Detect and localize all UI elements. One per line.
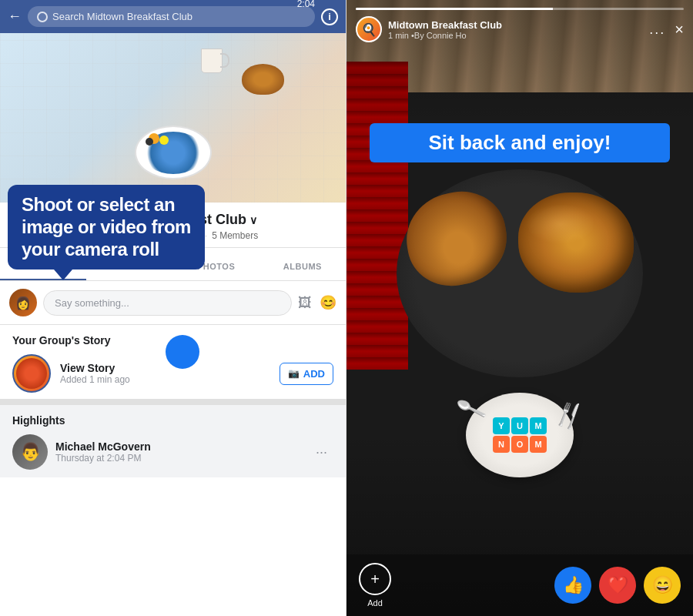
coffee-cup-decoration bbox=[201, 49, 223, 73]
sticker-m2: M bbox=[530, 436, 547, 453]
story-item-title: View Story bbox=[60, 362, 270, 374]
bread-decoration bbox=[242, 64, 284, 95]
photo-icon[interactable]: 🖼 bbox=[298, 295, 312, 311]
pastry-right bbox=[518, 192, 634, 293]
fruit-yellow bbox=[159, 136, 169, 145]
story-close-button[interactable]: × bbox=[675, 22, 684, 37]
search-icon bbox=[37, 12, 48, 22]
story-thumbnail[interactable] bbox=[12, 354, 51, 393]
story-progress-bar bbox=[356, 8, 684, 10]
story-thumb-image bbox=[16, 358, 47, 389]
cursor-indicator bbox=[166, 335, 199, 369]
post-input-area: 👩 Say something... 🖼 😊 bbox=[0, 281, 346, 325]
sticker-plate: 🥄 Y U M N O M 🍴 bbox=[458, 393, 581, 485]
status-bar-time: 2:04 bbox=[297, 0, 315, 9]
highlight-text: Michael McGovern Thursday at 2:04 PM bbox=[55, 440, 302, 464]
story-progress-fill bbox=[356, 8, 553, 10]
add-story-label: Add bbox=[367, 598, 383, 608]
story-user-meta: 1 min •By Connie Ho bbox=[388, 31, 643, 40]
story-panel: 🥄 Y U M N O M 🍴 🍳 bbox=[346, 0, 693, 616]
story-user-row: 🍳 Midtown Breakfast Club 1 min •By Conni… bbox=[356, 16, 684, 42]
story-username: Midtown Breakfast Club bbox=[388, 19, 643, 31]
love-reaction-button[interactable]: ❤️ bbox=[599, 567, 636, 604]
user-avatar: 👩 bbox=[9, 289, 37, 316]
post-input[interactable]: Say something... bbox=[43, 290, 292, 316]
pastry-left bbox=[399, 185, 514, 293]
post-action-icons: 🖼 😊 bbox=[298, 294, 336, 311]
avatar-emoji: 👨 bbox=[20, 442, 41, 462]
story-item-subtitle: Added 1 min ago bbox=[60, 374, 270, 385]
sticker-row-yum: Y U M bbox=[493, 417, 547, 434]
food-bowl-decoration bbox=[135, 126, 212, 179]
emoji-icon[interactable]: 😊 bbox=[320, 294, 336, 311]
sticker-u: U bbox=[511, 417, 528, 434]
search-bar[interactable]: Search Midtown Breakfast Club bbox=[28, 6, 315, 27]
pastry-food-items bbox=[393, 192, 647, 293]
add-to-story-button[interactable]: + Add bbox=[359, 563, 391, 608]
tooltip-overlay: Shoot or select an image or video from y… bbox=[8, 185, 205, 280]
tooltip-bubble: Shoot or select an image or video from y… bbox=[8, 185, 205, 270]
story-overlay-text: Sit back and enjoy! bbox=[370, 123, 670, 162]
highlight-timestamp: Thursday at 2:04 PM bbox=[55, 453, 302, 464]
search-input-text: Search Midtown Breakfast Club bbox=[52, 11, 192, 22]
highlight-avatar: 👨 bbox=[12, 434, 48, 470]
sticker-row-nom: N O M bbox=[493, 436, 547, 453]
group-cover-photo bbox=[0, 33, 346, 203]
highlight-item: 👨 Michael McGovern Thursday at 2:04 PM ·… bbox=[12, 434, 333, 470]
sticker-y: Y bbox=[493, 417, 510, 434]
app-header: ← Search Midtown Breakfast Club i 2:04 bbox=[0, 0, 346, 33]
back-button[interactable]: ← bbox=[8, 8, 22, 25]
bowl-inner bbox=[142, 132, 204, 174]
highlights-section: Highlights 👨 Michael McGovern Thursday a… bbox=[0, 399, 346, 477]
story-header: 🍳 Midtown Breakfast Club 1 min •By Conni… bbox=[346, 0, 693, 47]
spoon-icon: 🥄 bbox=[454, 393, 488, 426]
tab-albums[interactable]: ALBUMS bbox=[259, 254, 346, 280]
left-panel: ← Search Midtown Breakfast Club i 2:04 M… bbox=[0, 0, 346, 616]
story-user-info: Midtown Breakfast Club 1 min •By Connie … bbox=[388, 19, 643, 40]
fruit-dark bbox=[146, 138, 153, 146]
info-button[interactable]: i bbox=[321, 8, 338, 25]
story-item-text: View Story Added 1 min ago bbox=[60, 362, 270, 385]
story-action-buttons: ... × bbox=[649, 22, 684, 38]
yum-sticker: Y U M N O M bbox=[493, 417, 547, 453]
like-reaction-button[interactable]: 👍 bbox=[554, 567, 591, 604]
avatar-image: 👩 bbox=[9, 289, 37, 316]
camera-icon: 📷 bbox=[288, 368, 300, 379]
reaction-buttons: 👍 ❤️ 😄 bbox=[554, 567, 681, 604]
highlight-more-button[interactable]: ··· bbox=[310, 441, 333, 464]
tooltip-arrow bbox=[54, 270, 72, 280]
highlights-title: Highlights bbox=[12, 414, 333, 427]
story-poster-avatar: 🍳 bbox=[356, 16, 382, 42]
story-more-button[interactable]: ... bbox=[649, 22, 665, 38]
highlight-user-name: Michael McGovern bbox=[55, 440, 302, 453]
chevron-down-icon[interactable]: ∨ bbox=[249, 214, 257, 226]
plate-circle: 🥄 Y U M N O M 🍴 bbox=[466, 393, 574, 477]
group-members: 5 Members bbox=[212, 230, 258, 241]
sticker-o: O bbox=[511, 436, 528, 453]
sticker-n: N bbox=[493, 436, 510, 453]
story-bottom-bar: + Add 👍 ❤️ 😄 bbox=[346, 554, 693, 616]
haha-reaction-button[interactable]: 😄 bbox=[644, 567, 681, 604]
sticker-m1: M bbox=[530, 417, 547, 434]
add-story-button[interactable]: 📷 ADD bbox=[280, 363, 333, 385]
add-story-icon: + bbox=[359, 563, 391, 595]
